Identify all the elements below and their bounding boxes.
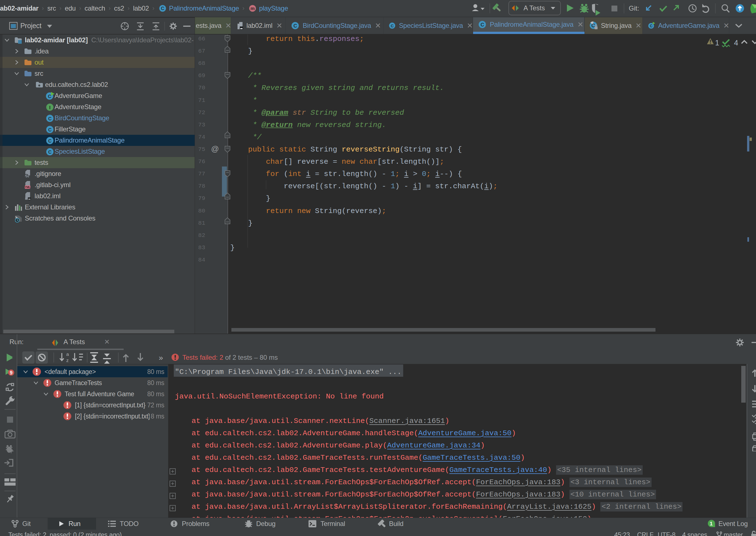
svg-text:C: C xyxy=(48,138,51,144)
svg-text:m: m xyxy=(250,6,254,11)
svg-text:C: C xyxy=(391,23,394,28)
svg-text:1: 1 xyxy=(710,521,713,526)
svg-text:4: 4 xyxy=(734,39,738,47)
svg-text:C: C xyxy=(293,23,297,29)
svg-text:C: C xyxy=(48,94,51,99)
svg-text:C: C xyxy=(480,22,484,28)
svg-text:9: 9 xyxy=(10,370,13,376)
svg-text:1: 1 xyxy=(715,39,719,47)
svg-text:C: C xyxy=(650,24,652,28)
svg-text:A Tests: A Tests xyxy=(523,4,545,12)
svg-text:C: C xyxy=(48,116,51,121)
svg-text:C: C xyxy=(161,6,164,11)
svg-text:a: a xyxy=(66,352,69,357)
svg-text:»: » xyxy=(159,353,163,362)
svg-text:I: I xyxy=(49,105,50,110)
svg-text:z: z xyxy=(66,358,69,363)
svg-text:YML: YML xyxy=(25,186,30,189)
svg-text:Git:: Git: xyxy=(629,4,639,12)
svg-text:C: C xyxy=(591,23,595,28)
svg-text:C: C xyxy=(48,150,51,155)
svg-text:C: C xyxy=(48,127,51,133)
